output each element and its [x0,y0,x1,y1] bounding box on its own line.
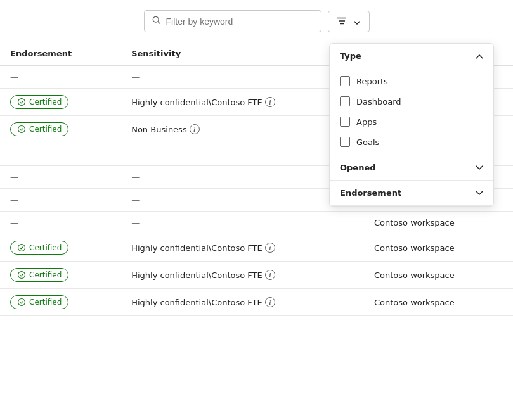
table-row: Certified Highly confidential\Contoso FT… [0,234,513,262]
filter-type-section: Type Reports Dashboard Ap [330,44,493,155]
svg-point-9 [18,299,25,306]
certified-icon [17,270,26,279]
goals-checkbox[interactable] [340,137,350,147]
reports-checkbox[interactable] [340,76,350,86]
filter-option-goals[interactable]: Goals [330,132,493,152]
dashboard-label: Dashboard [356,97,401,106]
sensitivity-cell: Non-Businessi [121,116,364,143]
sensitivity-cell: Highly confidential\Contoso FTEi [121,289,364,316]
svg-point-7 [18,245,25,251]
filter-button[interactable] [328,11,370,32]
dashboard-checkbox[interactable] [340,96,350,106]
sensitivity-cell: Highly confidential\Contoso FTEi [121,89,364,116]
endorsement-cell: — [0,143,121,166]
workspace-cell: Contoso workspace [364,234,513,262]
certified-text: Certified [29,98,62,106]
search-icon [152,16,161,27]
goals-label: Goals [356,137,379,147]
filter-endorsement-section: Endorsement [330,181,493,206]
dash-value: — [10,218,18,227]
svg-line-1 [158,22,160,23]
search-box[interactable] [144,10,321,32]
certified-text: Certified [29,298,62,307]
col-header-endorsement: Endorsement [0,42,121,65]
filter-opened-section: Opened [330,155,493,181]
endorsement-cell: Certified [0,89,121,116]
svg-point-6 [18,126,25,133]
certified-badge: Certified [10,95,68,109]
certified-badge: Certified [10,295,68,309]
sensitivity-cell: Highly confidential\Contoso FTEi [121,262,364,289]
endorsement-cell: — [0,189,121,212]
sensitivity-value: Non-Business [131,125,186,134]
filter-endorsement-label: Endorsement [340,188,401,198]
workspace-cell: Contoso workspace [364,262,513,289]
dash-value: — [131,218,140,227]
filter-opened-label: Opened [340,163,376,172]
dash-value: — [10,150,18,159]
filter-option-dashboard[interactable]: Dashboard [330,91,493,111]
sensitivity-cell: — [121,166,364,189]
dash-value: — [131,172,140,182]
table-row: Certified Highly confidential\Contoso FT… [0,262,513,289]
endorsement-cell: Certified [0,116,121,143]
filter-option-apps[interactable]: Apps [330,111,493,132]
filter-type-options: Reports Dashboard Apps Goals [330,68,493,155]
endorsement-cell: — [0,212,121,234]
toolbar [0,0,513,42]
endorsement-chevron-down-icon [476,191,483,196]
filter-type-header[interactable]: Type [330,44,493,68]
certified-badge: Certified [10,268,68,282]
certified-text: Certified [29,125,62,134]
page-container: Endorsement Sensitivity —— Certified Hig… [0,0,513,420]
endorsement-cell: Certified [0,289,121,316]
opened-chevron-down-icon [476,165,483,170]
dash-value: — [10,195,18,205]
sensitivity-cell: — [121,143,364,166]
filter-opened-header[interactable]: Opened [330,155,493,180]
filter-lines-icon [337,16,346,27]
svg-point-5 [18,99,25,106]
certified-icon [17,98,26,106]
info-icon[interactable]: i [265,297,275,307]
dash-value: — [131,150,140,159]
endorsement-cell: — [0,166,121,189]
endorsement-cell: Certified [0,262,121,289]
workspace-cell: Contoso workspace [364,212,513,234]
info-icon[interactable]: i [265,97,275,107]
workspace-cell: Contoso workspace [364,289,513,316]
sensitivity-value: Highly confidential\Contoso FTE [131,270,263,280]
info-icon[interactable]: i [190,124,200,134]
filter-type-label: Type [340,51,361,61]
dash-value: — [131,72,140,82]
info-icon[interactable]: i [265,270,275,280]
sensitivity-cell: — [121,189,364,212]
dash-value: — [131,195,140,205]
certified-badge: Certified [10,241,68,255]
endorsement-cell: Certified [0,234,121,262]
sensitivity-value: Highly confidential\Contoso FTE [131,98,263,107]
certified-text: Certified [29,243,62,252]
apps-checkbox[interactable] [340,117,350,127]
table-row: Certified Highly confidential\Contoso FT… [0,289,513,316]
search-input[interactable] [166,16,313,27]
apps-label: Apps [356,117,377,127]
reports-label: Reports [356,77,388,86]
filter-chevron-icon [354,16,360,27]
certified-badge: Certified [10,122,68,136]
sensitivity-value: Highly confidential\Contoso FTE [131,298,263,307]
endorsement-cell: — [0,65,121,89]
info-icon[interactable]: i [265,243,275,253]
col-header-sensitivity: Sensitivity [121,42,364,65]
sensitivity-value: Highly confidential\Contoso FTE [131,243,263,253]
table-row: ——Contoso workspace [0,212,513,234]
svg-point-8 [18,272,25,279]
certified-text: Certified [29,270,62,279]
sensitivity-cell: — [121,65,364,89]
dash-value: — [10,72,18,82]
sensitivity-cell: — [121,212,364,234]
filter-option-reports[interactable]: Reports [330,71,493,91]
filter-endorsement-header[interactable]: Endorsement [330,181,493,205]
filter-dropdown: Type Reports Dashboard Ap [329,43,494,207]
dash-value: — [10,172,18,182]
